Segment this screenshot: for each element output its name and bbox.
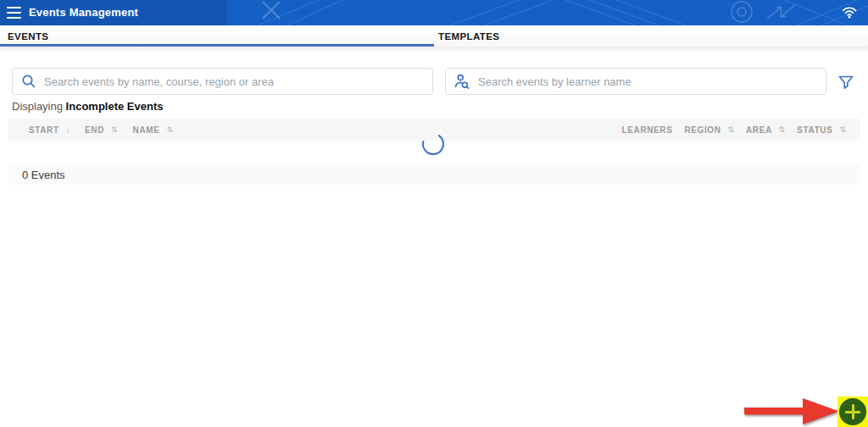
sort-both-icon[interactable]: ⇅: [727, 126, 734, 134]
sort-desc-icon[interactable]: ↓: [66, 126, 70, 134]
app-window: Events Management EVENTS TEMPLATES: [0, 0, 868, 427]
search-events-box: [12, 68, 433, 95]
events-count: 0 Events: [22, 169, 65, 181]
sort-both-icon[interactable]: ⇅: [166, 126, 173, 134]
filter-icon[interactable]: [836, 72, 856, 92]
search-learner-input[interactable]: [478, 75, 826, 88]
displaying-filter-name: Incomplete Events: [66, 100, 164, 113]
search-learner-box: [445, 68, 826, 95]
column-header-area[interactable]: AREA ⇅: [746, 125, 785, 135]
column-header-region[interactable]: REGION ⇅: [684, 125, 734, 135]
search-icon: [21, 74, 36, 89]
tab-templates[interactable]: TEMPLATES: [434, 25, 868, 47]
loading-spinner: [420, 131, 446, 157]
tabbar-shadow: [0, 47, 868, 53]
events-table-footer: 0 Events: [8, 164, 860, 185]
tab-templates-label: TEMPLATES: [438, 31, 499, 42]
displaying-prefix: Displaying: [12, 100, 63, 113]
hamburger-menu-icon[interactable]: [7, 7, 21, 19]
sort-both-icon[interactable]: ⇅: [839, 126, 846, 134]
active-tab-indicator: [0, 44, 434, 47]
annotation-arrow: [741, 395, 841, 427]
search-events-input[interactable]: [44, 75, 432, 88]
page-title: Events Management: [29, 6, 138, 19]
add-event-button[interactable]: [839, 398, 866, 425]
column-header-learners: LEARNERS: [622, 125, 673, 135]
column-header-name[interactable]: NAME ⇅: [133, 125, 173, 135]
sort-both-icon[interactable]: ⇅: [111, 126, 118, 134]
tab-events-label: EVENTS: [8, 31, 48, 42]
wifi-status-icon: [841, 4, 858, 19]
column-header-start[interactable]: START ↓: [29, 125, 70, 135]
sort-both-icon[interactable]: ⇅: [779, 126, 786, 134]
displaying-status: Displaying Incomplete Events: [12, 100, 163, 113]
person-search-icon: [454, 74, 470, 89]
column-header-end[interactable]: END ⇅: [85, 125, 117, 135]
column-header-status[interactable]: STATUS ⇅: [797, 125, 846, 135]
annotation-highlight-box: [837, 396, 868, 427]
plus-icon: [852, 404, 854, 419]
app-header: Events Management: [0, 0, 868, 25]
